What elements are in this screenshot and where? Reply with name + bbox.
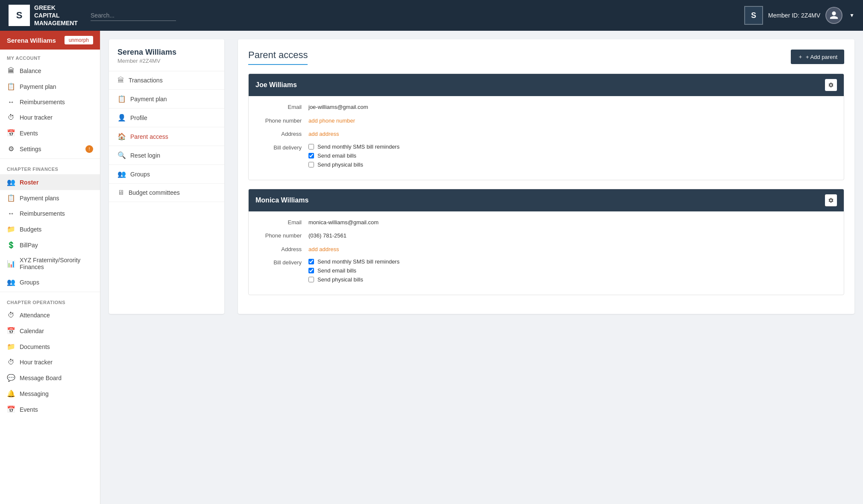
profile-nav-parent-access[interactable]: 🏠 Parent access [109,127,224,146]
monica-williams-gear-button[interactable] [825,194,837,206]
profile-nav-payment-plan[interactable]: 📋 Payment plan [109,90,224,108]
sidebar-item-events-ch-label: Events [20,406,38,413]
add-parent-button[interactable]: ＋ + Add parent [791,50,844,64]
hour-tracker-ch-icon: ⏱ [7,358,15,366]
sidebar-item-calendar[interactable]: 📅 Calendar [0,323,100,339]
transactions-nav-label: Transactions [129,77,163,84]
monica-sms-checkbox[interactable] [308,259,314,264]
sidebar-item-payment-plans-label: Payment plans [20,195,59,202]
profile-nav-reset-login[interactable]: 🔍 Reset login [109,146,224,165]
monica-williams-body: Email monica-williams@gmail.com Phone nu… [249,211,844,295]
messaging-icon: 🔔 [7,390,15,398]
profile-nav-groups[interactable]: 👥 Groups [109,165,224,184]
joe-email-checkbox[interactable] [308,153,314,158]
sidebar-item-settings-label: Settings [20,146,41,152]
sidebar-item-settings[interactable]: ⚙ Settings ! [0,141,100,157]
sidebar-item-message-board[interactable]: 💬 Message Board [0,370,100,386]
profile-member-id: Member #2Z4MV [117,58,216,64]
content-header: Parent access ＋ + Add parent [248,50,844,65]
sidebar-item-calendar-label: Calendar [20,328,44,334]
sidebar-user-name: Serena Williams [7,37,56,44]
joe-williams-header: Joe Williams [249,74,844,96]
sidebar-item-groups[interactable]: 👥 Groups [0,274,100,290]
joe-williams-gear-button[interactable] [825,79,837,91]
profile-nav-profile[interactable]: 👤 Profile [109,108,224,127]
attendance-icon: ⏱ [7,311,15,319]
parent-card-joe-williams: Joe Williams Email joe-williams@gmail.co… [248,73,844,180]
monica-email-checkbox-item[interactable]: Send email bills [308,267,399,274]
sidebar-item-payment-plans[interactable]: 📋 Payment plans [0,190,100,206]
sidebar-item-payment-plan[interactable]: 📋 Payment plan [0,79,100,94]
sidebar-item-reimbursements[interactable]: ↔ Reimbursements [0,94,100,110]
sidebar-item-hour-tracker-ch[interactable]: ⏱ Hour tracker [0,355,100,370]
section-label-chapter-finances: CHAPTER FINANCES [0,161,100,174]
payment-plans-icon: 📋 [7,194,15,202]
search-area [91,10,744,21]
sidebar-item-attendance[interactable]: ⏱ Attendance [0,308,100,323]
monica-phone-value: (036) 781-2561 [308,231,346,240]
sidebar-item-message-board-label: Message Board [20,375,62,381]
email-label: Email [257,103,308,111]
monica-physical-checkbox[interactable] [308,277,314,282]
sidebar-item-xyz-finances[interactable]: 📊 XYZ Fraternity/Sorority Finances [0,253,100,274]
monica-address-row: Address add address [257,245,835,254]
joe-phone-value[interactable]: add phone number [308,117,355,125]
budgets-icon: 📁 [7,225,15,233]
joe-physical-checkbox-item[interactable]: Send physical bills [308,161,399,168]
member-id-label: Member ID: 2Z4MV [768,12,820,19]
avatar-button[interactable] [825,7,842,24]
sidebar-item-xyz-finances-label: XYZ Fraternity/Sorority Finances [20,257,93,270]
reset-login-nav-label: Reset login [130,152,160,159]
content-title: Parent access [248,50,308,65]
sidebar-item-hour-tracker[interactable]: ⏱ Hour tracker [0,110,100,125]
sidebar-item-events[interactable]: 📅 Events [0,125,100,141]
app-name: GREEKCAPITALMANAGEMENT [34,4,78,27]
joe-address-value[interactable]: add address [308,130,339,138]
profile-nav-budget-committees[interactable]: 🖥 Budget committees [109,184,224,202]
joe-sms-checkbox[interactable] [308,144,314,149]
sidebar-item-messaging-label: Messaging [20,390,49,397]
sidebar-item-budgets[interactable]: 📁 Budgets [0,221,100,237]
monica-email-checkbox[interactable] [308,268,314,273]
joe-bill-delivery-row: Bill delivery Send monthly SMS bill remi… [257,144,835,168]
unmorph-button[interactable]: unmorph [65,36,93,44]
settings-badge: ! [85,145,93,153]
monica-address-value[interactable]: add address [308,245,339,254]
sidebar-user-area: Serena Williams unmorph [0,31,100,50]
sidebar-item-reimbursements-label: Reimbursements [20,99,65,105]
balance-icon: 🏛 [7,67,15,75]
joe-sms-checkbox-item[interactable]: Send monthly SMS bill reminders [308,144,399,150]
joe-address-row: Address add address [257,130,835,138]
sidebar-item-reimbursements-ch[interactable]: ↔ Reimbursements [0,206,100,221]
monica-williams-name: Monica Williams [255,196,308,204]
sidebar-item-messaging[interactable]: 🔔 Messaging [0,386,100,401]
joe-physical-checkbox[interactable] [308,162,314,167]
section-label-chapter-operations: CHAPTER OPERATIONS [0,294,100,308]
monica-physical-label: Send physical bills [317,276,363,283]
add-parent-label: + Add parent [806,54,837,60]
events-ch-icon: 📅 [7,405,15,413]
sidebar-item-events-label: Events [20,130,38,137]
monica-williams-header: Monica Williams [249,189,844,211]
joe-sms-label: Send monthly SMS bill reminders [317,144,399,150]
bill-delivery-label-1: Bill delivery [257,144,308,152]
sidebar-item-billpay[interactable]: 💲 BillPay [0,237,100,253]
search-input[interactable] [91,10,176,21]
sidebar-item-events-ch[interactable]: 📅 Events [0,401,100,417]
dropdown-arrow-icon[interactable]: ▼ [849,12,854,18]
section-label-my-account: MY ACCOUNT [0,50,100,63]
profile-nav-transactions[interactable]: 🏛 Transactions [109,71,224,90]
monica-sms-checkbox-item[interactable]: Send monthly SMS bill reminders [308,258,399,265]
sidebar: Serena Williams unmorph MY ACCOUNT 🏛 Bal… [0,31,100,504]
sidebar-item-roster[interactable]: 👥 Roster [0,174,100,190]
divider-2 [0,292,100,292]
sidebar-item-billpay-label: BillPay [20,242,38,249]
joe-email-checkbox-item[interactable]: Send email bills [308,152,399,159]
sidebar-item-documents[interactable]: 📁 Documents [0,339,100,355]
monica-bill-delivery-row: Bill delivery Send monthly SMS bill remi… [257,258,835,283]
sidebar-item-balance[interactable]: 🏛 Balance [0,63,100,79]
monica-physical-checkbox-item[interactable]: Send physical bills [308,276,399,283]
groups-nav-label: Groups [130,171,150,178]
content-area: Parent access ＋ + Add parent Joe William… [238,39,854,314]
reset-login-nav-icon: 🔍 [117,151,126,159]
